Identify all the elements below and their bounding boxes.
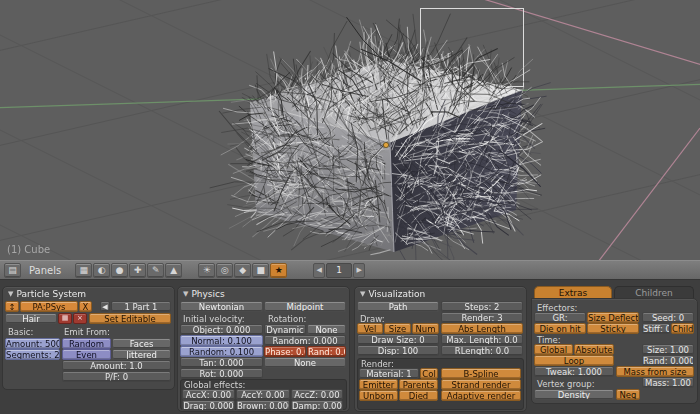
amount-field[interactable]: Amount: 5000 xyxy=(5,338,60,349)
tangent-velocity-field[interactable]: Tan: 0.000 xyxy=(180,357,263,368)
rand-field[interactable]: Rand: 0.000 xyxy=(642,355,694,366)
parents-toggle[interactable]: Parents xyxy=(399,379,438,390)
vertex-group-menu[interactable]: Density xyxy=(534,389,614,400)
red-grid-toggle-icon[interactable]: ▦ xyxy=(58,313,72,324)
num-toggle[interactable]: Num xyxy=(412,323,439,334)
random-velocity-field[interactable]: Random: 0.100 xyxy=(180,346,263,357)
panel-visualization: ▼ Visualization Path Steps: 2 Render: 3 … xyxy=(354,286,527,412)
rotation-mode-menu[interactable]: None xyxy=(307,324,346,335)
normal-velocity-field[interactable]: Normal: 0.100 xyxy=(180,335,263,346)
panel-header-physics[interactable]: ▼ Physics xyxy=(183,288,225,300)
particle-buttons-icon[interactable]: ★ xyxy=(270,263,287,278)
world-icon[interactable]: ■ xyxy=(252,263,269,278)
loop-toggle[interactable]: Loop xyxy=(534,355,614,366)
stiff-field[interactable]: Stiff: 0.000 xyxy=(642,323,670,334)
mass-field[interactable]: Mass: 1.00 xyxy=(642,377,694,388)
col-toggle[interactable]: Col xyxy=(420,368,438,379)
texture-icon[interactable]: ◆ xyxy=(234,263,251,278)
panel-header-particle-system[interactable]: ▼ Particle System xyxy=(8,288,86,300)
prev-particle-icon[interactable]: ◀ xyxy=(100,301,110,312)
sub-context-icon-group: ☀ ◎ ◆ ■ ★ xyxy=(198,263,287,278)
logic-icon[interactable]: ▦ xyxy=(75,263,92,278)
died-toggle[interactable]: Died xyxy=(399,390,438,401)
tweak-field[interactable]: Tweak: 1.000 xyxy=(534,366,614,377)
mass-from-size-toggle[interactable]: Mass from size xyxy=(616,366,694,377)
disp-field[interactable]: Disp: 100 xyxy=(357,345,439,356)
panel-title: Visualization xyxy=(368,289,425,299)
physics-type-menu[interactable]: Newtonian xyxy=(180,301,263,312)
particle-system-count[interactable]: 1 Part 1 xyxy=(111,301,171,312)
damp-field[interactable]: Damp: 0.000 xyxy=(291,400,343,411)
integrator-menu[interactable]: Midpoint xyxy=(264,301,346,312)
children-button[interactable]: Children xyxy=(671,323,694,334)
object-icon[interactable]: ✚ xyxy=(129,263,146,278)
phase-random-field[interactable]: Rand: 0.000 xyxy=(307,346,346,357)
neg-toggle[interactable]: Neg xyxy=(616,389,640,400)
viewport-canvas[interactable] xyxy=(0,0,700,260)
tangent-rot-field[interactable]: Rot: 0.000 xyxy=(180,368,263,379)
jitter-amount-field[interactable]: Amount: 1.0 xyxy=(62,360,171,371)
panel-header-visualization[interactable]: ▼ Visualization xyxy=(360,288,425,300)
visualization-mode-menu[interactable]: Path xyxy=(357,301,439,312)
browse-datablock-icon[interactable]: ↕ xyxy=(5,301,19,312)
context-icon-group: ▦ ◐ ● ✚ ✎ ▲ xyxy=(75,263,182,278)
emit-from-menu[interactable]: Faces xyxy=(112,338,171,349)
size-deflect-toggle[interactable]: Size Deflect xyxy=(587,312,639,323)
scene-icon[interactable]: ▲ xyxy=(165,263,182,278)
effector-group-field[interactable]: GR: xyxy=(534,312,586,323)
even-toggle[interactable]: Even xyxy=(62,349,111,360)
set-editable-button[interactable]: Set Editable xyxy=(89,313,171,324)
max-length-field[interactable]: Max. Length: 0.0 xyxy=(441,334,523,345)
sticky-toggle[interactable]: Sticky xyxy=(587,323,639,334)
size-field[interactable]: Size: 1.00 xyxy=(642,344,694,355)
adaptive-render-toggle[interactable]: Adaptive render xyxy=(441,390,521,401)
strand-render-toggle[interactable]: Strand render xyxy=(441,379,521,390)
frame-next-icon[interactable]: ▶ xyxy=(353,263,365,278)
editing-icon[interactable]: ✎ xyxy=(147,263,164,278)
particle-type-menu[interactable]: Hair xyxy=(5,313,57,324)
3d-viewport: (1) Cube xyxy=(0,0,700,260)
red-x-toggle-icon[interactable]: × xyxy=(73,313,87,324)
die-on-hit-toggle[interactable]: Die on hit xyxy=(534,323,586,334)
segments-field[interactable]: Segments: 2 xyxy=(5,349,60,360)
seed-field[interactable]: Seed: 0 xyxy=(642,312,694,323)
phase-field[interactable]: Phase: 0.000 xyxy=(264,346,306,357)
bspline-toggle[interactable]: B-Spline xyxy=(441,368,521,379)
angular-velocity-menu[interactable]: None xyxy=(264,357,346,368)
object-velocity-field[interactable]: Object: 0.000 xyxy=(180,324,263,335)
emitter-toggle[interactable]: Emitter xyxy=(359,379,398,390)
accx-field[interactable]: AccX: 0.00 xyxy=(182,389,235,400)
dynamic-toggle[interactable]: Dynamic xyxy=(264,324,306,335)
delete-datablock-button[interactable]: X xyxy=(79,301,92,312)
steps-field[interactable]: Steps: 2 xyxy=(441,301,523,312)
frame-number-field[interactable]: 1 xyxy=(326,263,352,278)
accz-field[interactable]: AccZ: 0.00 xyxy=(291,389,343,400)
script-icon[interactable]: ◐ xyxy=(93,263,110,278)
rlength-field[interactable]: RLength: 0.0 xyxy=(441,345,523,356)
brown-field[interactable]: Brown: 0.000 xyxy=(236,400,290,411)
panels-menu[interactable]: Panels xyxy=(29,265,61,276)
vel-toggle[interactable]: Vel xyxy=(357,323,383,334)
particles-per-face-field[interactable]: P/F: 0 xyxy=(62,371,171,382)
particle-system-name-field[interactable]: PA:PSys xyxy=(20,301,78,312)
size-toggle[interactable]: Size xyxy=(384,323,411,334)
accy-field[interactable]: AccY: 0.00 xyxy=(236,389,290,400)
abs-length-toggle[interactable]: Abs Length xyxy=(441,323,523,334)
draw-size-field[interactable]: Draw Size: 0 xyxy=(357,334,439,345)
panel-title: Physics xyxy=(191,289,224,299)
vertex-group-label: Vertex group: xyxy=(537,379,595,389)
shading-icon[interactable]: ● xyxy=(111,263,128,278)
rotation-random-field[interactable]: Random: 0.000 xyxy=(264,335,346,346)
random-toggle[interactable]: Random xyxy=(62,338,111,349)
distribution-menu[interactable]: Jittered xyxy=(112,349,171,360)
render-steps-field[interactable]: Render: 3 xyxy=(441,312,523,323)
lamp-icon[interactable]: ☀ xyxy=(198,263,215,278)
window-type-button[interactable]: ▤ xyxy=(4,263,21,278)
global-toggle[interactable]: Global xyxy=(534,344,573,355)
material-field[interactable]: Material: 1 xyxy=(359,368,419,379)
unborn-toggle[interactable]: Unborn xyxy=(359,390,398,401)
absolute-toggle[interactable]: Absolute xyxy=(574,344,614,355)
material-icon[interactable]: ◎ xyxy=(216,263,233,278)
frame-prev-icon[interactable]: ◀ xyxy=(313,263,325,278)
drag-field[interactable]: Drag: 0.000 xyxy=(182,400,235,411)
